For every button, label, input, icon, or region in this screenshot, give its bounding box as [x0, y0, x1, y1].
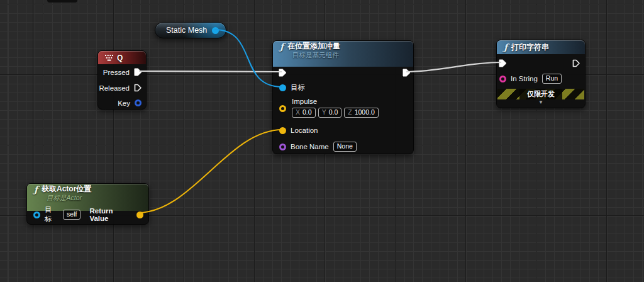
pressed-pin-label: Pressed [103, 69, 130, 76]
node-print-string[interactable]: ƒ 打印字符串 In String Run 仅限开发 ▼ [496, 40, 586, 108]
key-struct-pin[interactable] [135, 99, 142, 106]
node-key-event-q[interactable]: Q Pressed Released Key [97, 50, 147, 110]
in-string-input[interactable]: Run [542, 74, 562, 84]
target-pin-label: 目标 [291, 83, 305, 93]
impulse-pin-label: Impulse [292, 98, 317, 105]
pin-row-location: Location [279, 125, 318, 135]
print-string-exec-in-pin[interactable] [499, 59, 507, 67]
bone-name-pin-label: Bone Name [291, 143, 329, 150]
development-only-label: 仅限开发 [519, 89, 562, 99]
in-string-pin[interactable] [499, 76, 506, 82]
impulse-z-input[interactable]: Z1000.0 [344, 108, 379, 118]
pin-row-actor-target: 目标 self Return Value [33, 209, 143, 220]
wire-exec-pressed-to-add-impulse[interactable] [139, 71, 282, 72]
z-component-value: 1000.0 [355, 108, 375, 116]
return-value-label: Return Value [89, 207, 132, 222]
offscreen-node-edge [47, 0, 77, 3]
node-expand-arrow[interactable]: ▼ [538, 100, 543, 105]
add-impulse-title: 在位置添加冲量 [287, 42, 340, 51]
impulse-x-input[interactable]: X0.0 [292, 108, 316, 118]
key-pin-label: Key [118, 99, 130, 107]
released-pin-label: Released [99, 84, 130, 92]
development-only-band: 仅限开发 [497, 89, 584, 99]
actor-target-pin[interactable] [33, 212, 40, 218]
add-impulse-exec-in-pin[interactable] [279, 69, 287, 77]
x-component-value: 0.0 [303, 108, 312, 116]
node-get-actor-location[interactable]: ƒ 获取Actor位置 目标是Actor 目标 self Return Valu… [26, 183, 149, 225]
print-string-header[interactable]: ƒ 打印字符串 [497, 40, 585, 54]
bone-name-input[interactable]: None [333, 142, 357, 152]
wire-exec-add-impulse-to-print-string[interactable] [406, 62, 501, 72]
print-string-exec-out-pin[interactable] [572, 59, 580, 67]
pin-row-pressed: Pressed [103, 67, 142, 77]
z-component-label: Z [348, 108, 352, 116]
key-event-title: Q [117, 54, 123, 62]
pin-row-bone-name: Bone Name None [279, 142, 357, 152]
print-string-title: 打印字符串 [511, 42, 549, 53]
pin-row-target: 目标 [279, 82, 305, 93]
keyboard-icon [105, 55, 113, 61]
pin-row-key: Key [118, 98, 142, 108]
target-pin[interactable] [279, 84, 286, 91]
x-component-label: X [296, 108, 300, 116]
in-string-pin-label: In String [511, 75, 538, 82]
node-add-impulse-at-location[interactable]: ƒ 在位置添加冲量 目标是基元组件 目标 Impulse X0.0 Y0.0 Z… [272, 40, 414, 154]
function-icon: ƒ [504, 43, 508, 52]
function-icon: ƒ [34, 185, 38, 194]
y-component-value: 0.0 [329, 108, 338, 116]
add-impulse-exec-out-pin[interactable] [402, 69, 411, 77]
key-event-header[interactable]: Q [98, 51, 146, 64]
add-impulse-subtitle: 目标是基元组件 [292, 51, 408, 59]
actor-target-input[interactable]: self [63, 210, 80, 220]
blueprint-graph-canvas[interactable]: Static Mesh Q Pressed Released [0, 0, 644, 282]
pin-row-in-string: In String Run [499, 74, 562, 84]
add-impulse-header[interactable]: ƒ 在位置添加冲量 目标是基元组件 [273, 41, 413, 67]
function-icon: ƒ [280, 42, 284, 51]
wire-object-static-mesh-to-target[interactable] [214, 30, 282, 87]
wire-vector-return-value-to-location[interactable] [138, 130, 282, 213]
static-mesh-label: Static Mesh [166, 26, 207, 35]
impulse-pin[interactable] [279, 105, 286, 112]
pin-row-released: Released [99, 83, 142, 93]
impulse-vector-inputs: X0.0 Y0.0 Z1000.0 [292, 108, 379, 118]
pressed-exec-pin[interactable] [134, 68, 142, 76]
get-actor-location-title: 获取Actor位置 [42, 185, 91, 194]
actor-target-pin-label: 目标 [45, 205, 58, 224]
location-pin-label: Location [291, 127, 318, 134]
bone-name-pin[interactable] [279, 144, 286, 150]
get-actor-location-subtitle: 目标是Actor [47, 194, 143, 201]
static-mesh-output-pin[interactable] [212, 27, 219, 34]
released-exec-pin[interactable] [134, 84, 142, 92]
impulse-y-input[interactable]: Y0.0 [318, 108, 342, 118]
y-component-label: Y [322, 108, 326, 116]
